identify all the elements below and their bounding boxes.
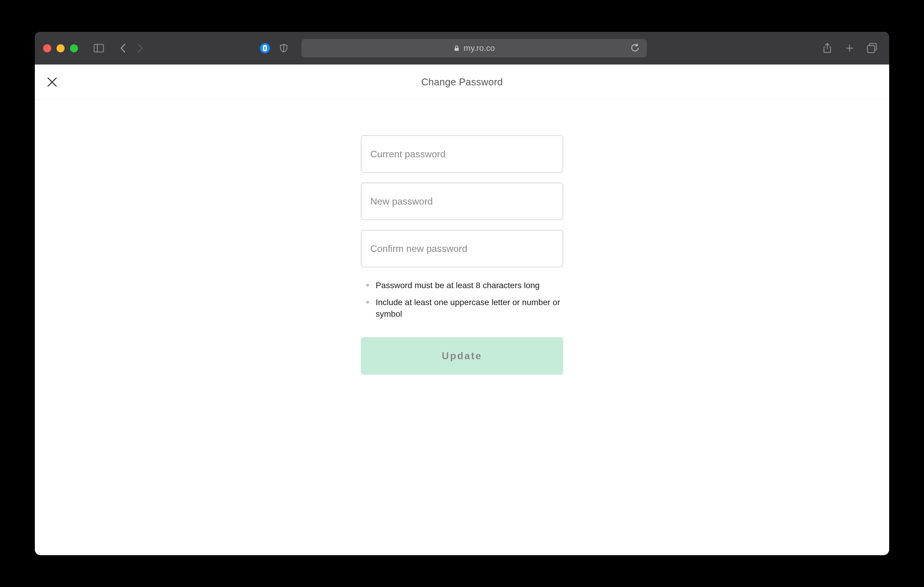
close-button[interactable] (46, 76, 58, 88)
chrome-right-controls (821, 42, 878, 54)
requirement-text: Include at least one uppercase letter or… (376, 296, 563, 320)
extension-icons (259, 42, 290, 54)
update-button[interactable]: Update (361, 337, 563, 375)
privacy-shield-icon[interactable] (278, 42, 290, 54)
requirement-item: Include at least one uppercase letter or… (366, 296, 563, 320)
bullet-icon (366, 301, 369, 304)
tabs-overview-button[interactable] (866, 42, 878, 54)
share-button[interactable] (821, 42, 833, 54)
address-bar[interactable]: my.ro.co (302, 39, 647, 58)
sidebar-toggle-button[interactable] (93, 42, 105, 54)
browser-window: my.ro.co (35, 32, 889, 555)
page-content: Change Password Password must be at leas… (35, 64, 889, 555)
svg-rect-5 (868, 46, 874, 53)
change-password-form: Password must be at least 8 characters l… (361, 135, 563, 375)
refresh-button[interactable] (629, 42, 641, 54)
forward-button[interactable] (135, 42, 147, 54)
close-icon (46, 76, 58, 88)
new-tab-button[interactable] (844, 42, 856, 54)
requirement-item: Password must be at least 8 characters l… (366, 280, 563, 291)
bullet-icon (366, 284, 369, 287)
nav-arrows (117, 42, 147, 54)
back-button[interactable] (117, 42, 129, 54)
window-maximize-button[interactable] (70, 44, 78, 53)
lock-icon (454, 45, 460, 51)
requirement-text: Password must be at least 8 characters l… (376, 280, 540, 291)
new-password-input[interactable] (361, 183, 563, 220)
svg-rect-2 (455, 48, 459, 51)
password-requirements: Password must be at least 8 characters l… (361, 277, 563, 320)
window-minimize-button[interactable] (56, 44, 64, 53)
page-header: Change Password (35, 64, 889, 100)
page-title: Change Password (421, 76, 503, 88)
traffic-lights (43, 44, 78, 53)
onepassword-extension-icon[interactable] (259, 43, 270, 54)
url-text: my.ro.co (464, 43, 495, 53)
browser-chrome: my.ro.co (35, 32, 889, 64)
svg-rect-0 (94, 44, 104, 52)
window-close-button[interactable] (43, 44, 51, 53)
confirm-password-input[interactable] (361, 230, 563, 267)
current-password-input[interactable] (361, 135, 563, 173)
